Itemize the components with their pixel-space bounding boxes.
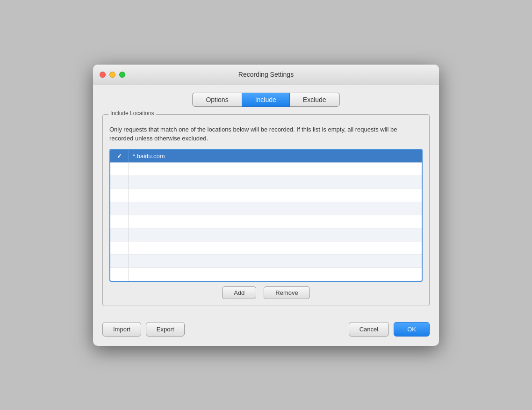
title-bar: Recording Settings xyxy=(93,65,439,85)
include-section: Include Locations Only requests that mat… xyxy=(102,114,430,306)
window-title: Recording Settings xyxy=(238,71,294,78)
tab-options[interactable]: Options xyxy=(192,93,241,107)
tab-exclude[interactable]: Exclude xyxy=(290,93,340,107)
list-item[interactable] xyxy=(110,215,422,228)
close-button[interactable] xyxy=(100,72,106,78)
minimize-button[interactable] xyxy=(109,72,115,78)
add-button[interactable]: Add xyxy=(222,286,256,299)
checkbox-cell xyxy=(110,215,129,228)
action-buttons: Add Remove xyxy=(109,286,423,299)
import-button[interactable]: Import xyxy=(102,322,141,337)
checkbox-cell xyxy=(110,202,129,215)
ok-button[interactable]: OK xyxy=(394,322,430,337)
list-cell-value: *.baidu.com xyxy=(129,153,165,160)
bottom-left-buttons: Import Export xyxy=(102,322,185,337)
list-item[interactable] xyxy=(110,202,422,215)
bottom-bar: Import Export Cancel OK xyxy=(93,315,439,346)
list-item[interactable] xyxy=(110,176,422,189)
list-item[interactable] xyxy=(110,268,422,281)
checkmark-icon: ✓ xyxy=(117,153,122,160)
list-item[interactable] xyxy=(110,228,422,242)
checkbox-cell xyxy=(110,163,129,176)
list-item[interactable] xyxy=(110,163,422,176)
checkbox-cell xyxy=(110,255,129,267)
maximize-button[interactable] xyxy=(119,72,125,78)
remove-button[interactable]: Remove xyxy=(264,286,309,299)
list-item[interactable] xyxy=(110,242,422,255)
checkbox-cell xyxy=(110,242,129,254)
section-label: Include Locations xyxy=(108,110,156,117)
cancel-button[interactable]: Cancel xyxy=(349,322,389,337)
list-item[interactable] xyxy=(110,189,422,202)
window-content: Options Include Exclude Include Location… xyxy=(93,85,439,315)
checkbox-cell xyxy=(110,189,129,202)
checkbox-cell xyxy=(110,228,129,241)
include-locations-list[interactable]: ✓ *.baidu.com xyxy=(109,149,423,282)
bottom-right-buttons: Cancel OK xyxy=(349,322,430,337)
checkbox-cell xyxy=(110,268,129,281)
tab-bar: Options Include Exclude xyxy=(102,93,430,107)
recording-settings-window: Recording Settings Options Include Exclu… xyxy=(93,65,439,346)
export-button[interactable]: Export xyxy=(146,322,185,337)
list-item[interactable] xyxy=(110,255,422,268)
traffic-lights xyxy=(100,72,125,78)
tab-include[interactable]: Include xyxy=(242,93,290,107)
checkbox-cell xyxy=(110,176,129,189)
checkbox-cell: ✓ xyxy=(110,150,129,162)
description-text: Only requests that match one of the loca… xyxy=(109,125,423,143)
list-item[interactable]: ✓ *.baidu.com xyxy=(110,150,422,163)
